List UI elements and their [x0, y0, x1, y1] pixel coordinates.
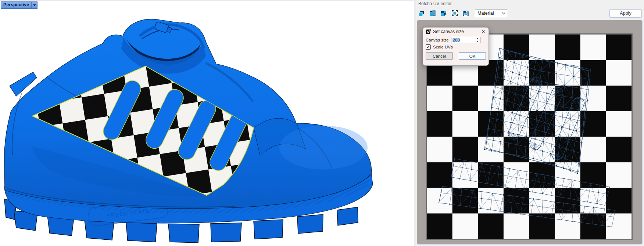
shoe-render: SPEED PLATE: [0, 1, 414, 246]
fit-frame-icon[interactable]: [451, 9, 459, 17]
surface-icon[interactable]: [418, 9, 426, 17]
dialog-buttons: Cancel OK: [423, 52, 489, 60]
scale-uvs-checkbox[interactable]: ✓: [426, 44, 431, 50]
check-icon: ✓: [426, 45, 430, 49]
save-icon[interactable]: [462, 9, 470, 17]
canvas-size-label: Canvas size: [426, 38, 449, 42]
rhino-icon-badge: 8: [429, 29, 430, 31]
material-dropdown-value: Material: [477, 11, 502, 16]
scale-uvs-row: ✓ Scale UVs: [423, 44, 489, 50]
app-window: Perspective: [0, 0, 644, 246]
cancel-button[interactable]: Cancel: [426, 52, 453, 60]
scale-uvs-label: Scale UVs: [433, 45, 453, 49]
viewport-tab-perspective[interactable]: Perspective: [1, 1, 37, 9]
checker-swap-icon[interactable]: [440, 9, 448, 17]
uv-toolbar: Material Apply: [418, 9, 643, 18]
toe-sheen: [279, 126, 368, 170]
dialog-title: Set canvas size: [433, 29, 464, 34]
split-view-icon[interactable]: [429, 9, 437, 17]
rhino-icon: 8: [426, 29, 431, 34]
material-dropdown[interactable]: Material: [475, 10, 507, 17]
spinner-up-button[interactable]: [475, 37, 480, 40]
apply-button[interactable]: Apply: [609, 9, 642, 18]
chevron-down-icon: [502, 12, 505, 15]
dialog-titlebar[interactable]: 8 Set canvas size ✕: [423, 28, 489, 36]
canvas-size-spinner: [475, 37, 480, 43]
viewport-tab-menu-button[interactable]: [31, 2, 37, 8]
canvas-size-row: Canvas size 200: [423, 37, 489, 43]
triangle-up-icon: [476, 38, 479, 39]
ok-button[interactable]: OK: [459, 52, 486, 60]
perspective-viewport[interactable]: Perspective: [0, 0, 414, 246]
canvas-size-input[interactable]: 200: [451, 37, 480, 43]
canvas-size-value: 200: [452, 38, 460, 42]
set-canvas-size-dialog: 8 Set canvas size ✕ Canvas size 200 ✓ Sc…: [423, 27, 489, 66]
chevron-down-icon: [33, 4, 36, 6]
close-icon[interactable]: ✕: [481, 29, 486, 34]
viewport-tab-label: Perspective: [1, 2, 31, 8]
spinner-down-button[interactable]: [475, 40, 480, 43]
panel-title: Botcha UV editor: [418, 1, 452, 6]
triangle-down-icon: [476, 41, 479, 42]
